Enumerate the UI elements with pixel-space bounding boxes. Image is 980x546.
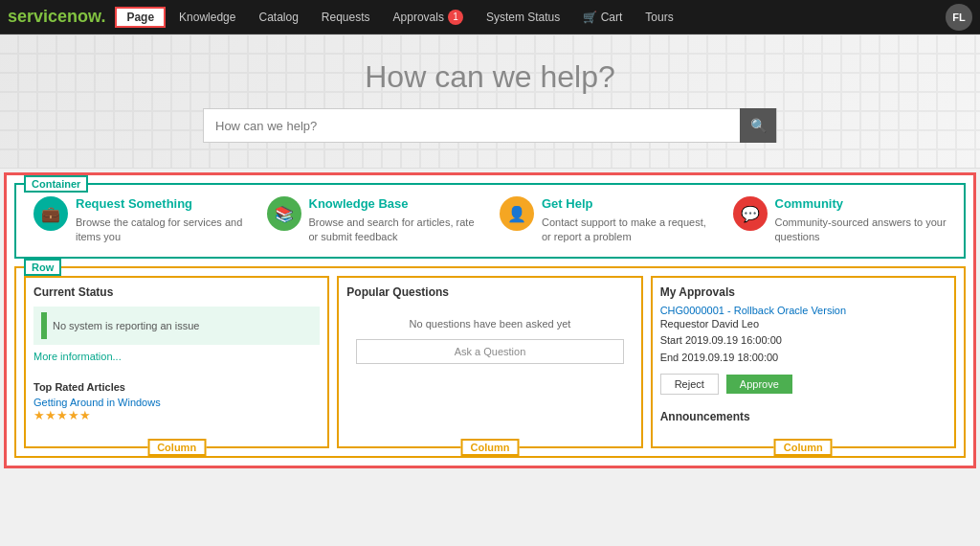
container-label: Container xyxy=(24,175,88,193)
column-label-3: Column xyxy=(774,439,833,456)
help-desc: Contact support to make a request, or re… xyxy=(542,216,714,245)
column-popular-questions: Popular Questions No questions have been… xyxy=(337,276,642,448)
approvals-badge: 1 xyxy=(448,10,463,25)
approval-actions: Reject Approve xyxy=(660,374,947,395)
approval-requestor: Requestor David Leo xyxy=(660,316,947,333)
ask-question-box[interactable]: Ask a Question xyxy=(356,339,623,364)
help-icon: 👤 xyxy=(500,196,534,231)
category-knowledge[interactable]: 📚 Knowledge Base Browse and search for a… xyxy=(257,196,491,245)
approvals-label: Approvals xyxy=(393,11,444,24)
logo[interactable]: servicenow. xyxy=(8,7,105,27)
column-label-2: Column xyxy=(461,439,520,456)
hero-section: How can we help? 🔍 xyxy=(0,34,980,169)
knowledge-text: Knowledge Base Browse and search for art… xyxy=(309,196,481,245)
category-help[interactable]: 👤 Get Help Contact support to make a req… xyxy=(490,196,724,245)
hero-title: How can we help? xyxy=(365,59,614,95)
approve-button[interactable]: Approve xyxy=(726,375,792,394)
my-approvals-title: My Approvals xyxy=(660,285,947,299)
nav-item-catalog[interactable]: Catalog xyxy=(249,11,307,24)
no-questions-text: No questions have been asked yet xyxy=(346,318,633,330)
nav-item-knowledge[interactable]: Knowledge xyxy=(169,11,245,24)
nav-item-requests[interactable]: Requests xyxy=(312,11,380,24)
search-input[interactable] xyxy=(204,119,740,133)
row-label: Row xyxy=(24,259,61,276)
column-current-status: Current Status No system is reporting an… xyxy=(24,276,329,448)
container-section: Container 💼 Request Something Browse the… xyxy=(14,183,966,259)
approval-start: Start 2019.09.19 16:00:00 xyxy=(660,332,947,350)
main-content: Container 💼 Request Something Browse the… xyxy=(4,172,976,468)
hero-pattern xyxy=(0,34,980,168)
page-button[interactable]: Page xyxy=(115,7,166,28)
announcements-title: Announcements xyxy=(660,410,947,423)
request-desc: Browse the catalog for services and item… xyxy=(76,216,248,245)
knowledge-icon: 📚 xyxy=(267,196,301,231)
article-stars: ★★★★★ xyxy=(33,408,320,422)
search-button[interactable]: 🔍 xyxy=(740,108,776,143)
knowledge-desc: Browse and search for articles, rate or … xyxy=(309,216,481,245)
logo-text: servicenow. xyxy=(8,7,105,27)
status-message: No system is reporting an issue xyxy=(53,320,199,331)
approval-end: End 2019.09.19 18:00:00 xyxy=(660,350,947,367)
help-title: Get Help xyxy=(542,196,714,213)
approval-item-link[interactable]: CHG0000001 - Rollback Oracle Version xyxy=(660,305,947,316)
article-link[interactable]: Getting Around in Windows xyxy=(33,397,320,408)
column-my-approvals: My Approvals CHG0000001 - Rollback Oracl… xyxy=(651,276,956,448)
help-text: Get Help Contact support to make a reque… xyxy=(542,196,714,245)
request-title: Request Something xyxy=(76,196,248,213)
status-bar-icon xyxy=(41,312,47,339)
more-info-link[interactable]: More information... xyxy=(33,351,320,362)
popular-questions-title: Popular Questions xyxy=(346,285,633,299)
nav-item-approvals[interactable]: Approvals 1 xyxy=(384,10,473,25)
row-section: Row Current Status No system is reportin… xyxy=(14,266,966,458)
community-text: Community Community-sourced answers to y… xyxy=(775,196,947,245)
status-indicator: No system is reporting an issue xyxy=(33,307,320,345)
community-desc: Community-sourced answers to your questi… xyxy=(775,216,947,245)
nav-item-cart[interactable]: 🛒 Cart xyxy=(573,11,632,24)
request-icon: 💼 xyxy=(33,196,68,231)
community-icon: 💬 xyxy=(733,196,768,231)
navbar: servicenow. Page Knowledge Catalog Reque… xyxy=(0,0,980,34)
user-avatar[interactable]: FL xyxy=(946,4,972,31)
community-title: Community xyxy=(775,196,947,213)
top-rated-section: Top Rated Articles Getting Around in Win… xyxy=(33,381,320,422)
category-community[interactable]: 💬 Community Community-sourced answers to… xyxy=(724,196,957,245)
current-status-title: Current Status xyxy=(33,285,320,299)
nav-item-system-status[interactable]: System Status xyxy=(477,11,569,24)
top-rated-title: Top Rated Articles xyxy=(33,381,320,393)
reject-button[interactable]: Reject xyxy=(660,374,719,395)
column-label-1: Column xyxy=(147,439,206,456)
nav-item-tours[interactable]: Tours xyxy=(635,11,682,24)
search-bar: 🔍 xyxy=(203,108,777,143)
knowledge-title: Knowledge Base xyxy=(309,196,481,213)
category-request[interactable]: 💼 Request Something Browse the catalog f… xyxy=(24,196,257,245)
request-text: Request Something Browse the catalog for… xyxy=(76,196,248,245)
